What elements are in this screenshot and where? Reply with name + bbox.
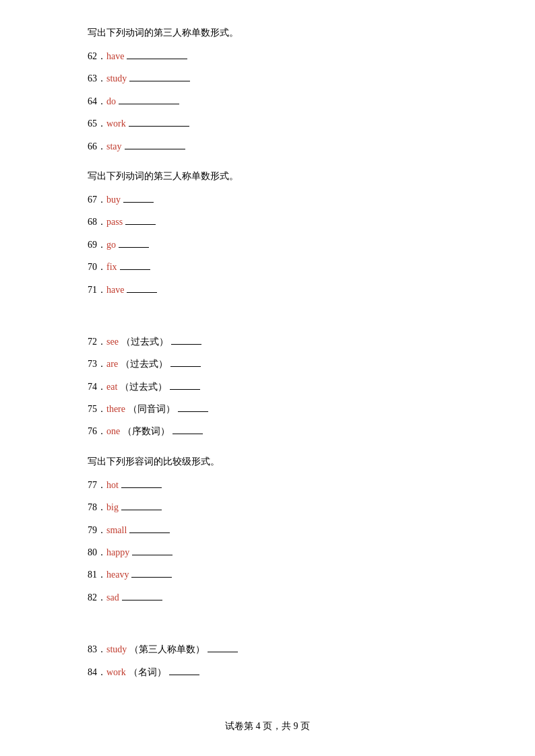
answer-line (125, 214, 156, 225)
item-number: 76． (88, 424, 106, 439)
list-item: 81． heavy (88, 567, 447, 582)
answer-line (123, 192, 154, 203)
answer-line (170, 379, 200, 390)
item-number: 81． (88, 568, 106, 582)
item-word: pass (106, 215, 123, 230)
spacer (88, 314, 447, 334)
item-hint: （过去式） (121, 335, 168, 349)
answer-line (120, 259, 150, 270)
item-word: one (106, 424, 120, 439)
list-item: 84． work （名词） (88, 664, 447, 680)
list-item: 70． fix (88, 259, 447, 275)
list-item: 71． have (88, 282, 447, 298)
item-number: 73． (88, 357, 106, 372)
item-number: 66． (88, 139, 106, 154)
answer-line (208, 642, 238, 652)
item-number: 79． (88, 523, 106, 538)
list-item: 77． hot (88, 477, 447, 493)
section-1: 写出下列动词的第三人称单数形式。 62． have 63． study 64． … (88, 27, 447, 154)
item-word: have (106, 283, 124, 298)
item-number: 74． (88, 380, 106, 394)
section-4: 写出下列形容词的比较级形式。 77． hot 78． big 79． small… (88, 456, 447, 605)
list-item: 72． see （过去式） (88, 334, 447, 349)
answer-line (129, 71, 190, 81)
answer-line (119, 237, 149, 248)
list-item: 66． stay (88, 139, 447, 154)
item-word: study (106, 642, 127, 657)
item-word: see (106, 335, 119, 349)
list-item: 68． pass (88, 214, 447, 230)
list-item: 75． there （同音词） (88, 401, 447, 417)
list-item: 73． are （过去式） (88, 356, 447, 372)
section-1-title: 写出下列动词的第三人称单数形式。 (88, 27, 447, 39)
answer-line (172, 423, 203, 434)
list-item: 65． work (88, 116, 447, 131)
item-hint: （序数词） (123, 424, 170, 439)
item-number: 63． (88, 71, 106, 86)
item-number: 75． (88, 402, 106, 417)
list-item: 67． buy (88, 192, 447, 207)
answer-line (122, 590, 162, 600)
item-number: 80． (88, 545, 106, 560)
item-word: heavy (106, 568, 129, 582)
item-word: do (106, 94, 116, 109)
list-item: 64． do (88, 94, 447, 109)
item-number: 78． (88, 500, 106, 515)
list-item: 80． happy (88, 545, 447, 560)
answer-line (170, 356, 201, 367)
item-word: fix (106, 260, 117, 275)
answer-line (131, 567, 172, 578)
answer-line (127, 282, 157, 293)
answer-line (132, 545, 172, 555)
answer-line (129, 116, 189, 127)
item-word: stay (106, 139, 122, 154)
answer-line (125, 139, 185, 149)
item-number: 62． (88, 49, 106, 64)
item-hint: （名词） (129, 665, 166, 680)
item-number: 77． (88, 478, 106, 493)
page-footer: 试卷第 4 页，共 9 页 (88, 720, 447, 732)
item-number: 69． (88, 238, 106, 252)
item-hint: （过去式） (120, 380, 167, 394)
section-3: 72． see （过去式） 73． are （过去式） 74． eat （过去式… (88, 334, 447, 440)
list-item: 76． one （序数词） (88, 423, 447, 439)
item-number: 68． (88, 215, 106, 230)
answer-line (119, 94, 179, 104)
item-number: 70． (88, 260, 106, 275)
section-5: 83． study （第三人称单数） 84． work （名词） (88, 642, 447, 680)
item-hint: （第三人称单数） (129, 642, 205, 657)
item-number: 67． (88, 193, 106, 207)
spacer (88, 621, 447, 642)
list-item: 83． study （第三人称单数） (88, 642, 447, 657)
item-number: 71． (88, 283, 106, 298)
item-word: buy (106, 193, 121, 207)
item-word: study (106, 71, 127, 86)
item-number: 72． (88, 335, 106, 349)
answer-line (127, 48, 187, 59)
section-2: 写出下列动词的第三人称单数形式。 67． buy 68． pass 69． go… (88, 170, 447, 298)
footer-text: 试卷第 4 页，共 9 页 (225, 721, 310, 731)
item-word: sad (106, 590, 119, 605)
item-word: there (106, 402, 125, 417)
list-item: 82． sad (88, 590, 447, 605)
item-word: hot (106, 478, 119, 493)
list-item: 74． eat （过去式） (88, 379, 447, 394)
list-item: 69． go (88, 237, 447, 252)
answer-line (129, 522, 170, 533)
item-word: work (106, 116, 126, 131)
answer-line (121, 477, 162, 488)
answer-line (171, 334, 201, 345)
list-item: 79． small (88, 522, 447, 538)
item-word: small (106, 523, 127, 538)
item-number: 84． (88, 665, 106, 680)
list-item: 78． big (88, 500, 447, 515)
list-item: 62． have (88, 48, 447, 64)
item-word: big (106, 500, 119, 515)
answer-line (121, 500, 162, 510)
answer-line (178, 401, 208, 412)
item-hint: （同音词） (128, 402, 175, 417)
section-2-title: 写出下列动词的第三人称单数形式。 (88, 170, 447, 182)
item-hint: （过去式） (121, 357, 168, 372)
item-number: 65． (88, 116, 106, 131)
item-word: are (106, 357, 118, 372)
